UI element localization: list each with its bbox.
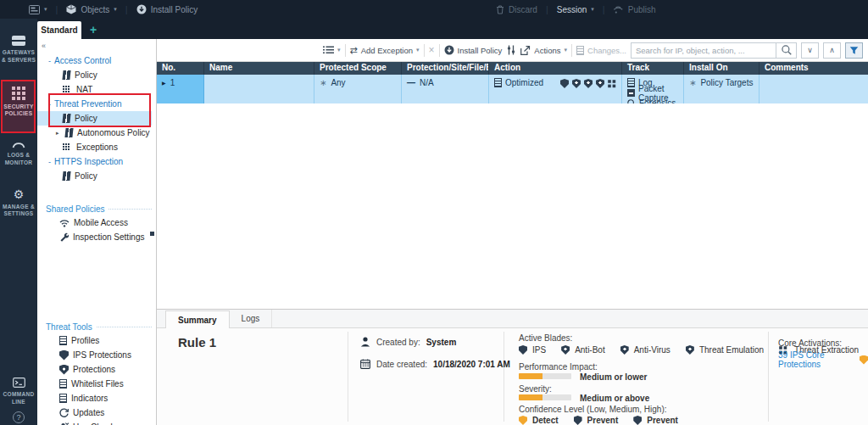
publish-button[interactable]: Publish xyxy=(614,5,656,14)
cell-no[interactable]: ▶ 1 xyxy=(157,75,204,103)
confidence-value: Prevent xyxy=(647,416,678,425)
discard-button[interactable]: Discard xyxy=(496,5,537,14)
add-tab-button[interactable]: + xyxy=(90,23,97,36)
rule-row-1[interactable]: ▶ 1 ∗ Any — N/A xyxy=(157,75,868,103)
column-header-protected-scope[interactable]: Protected Scope xyxy=(314,62,402,75)
expand-arrow-icon: ▸ xyxy=(56,130,61,137)
log-icon xyxy=(627,78,635,87)
search-icon xyxy=(782,45,792,55)
core-protections-shield-icon xyxy=(860,355,868,365)
objects-menu-button[interactable]: Objects ▾ xyxy=(66,4,116,14)
find-previous-button[interactable]: ∧ xyxy=(823,42,841,59)
column-header-name[interactable]: Name xyxy=(204,62,314,75)
column-header-install-on[interactable]: Install On xyxy=(684,62,760,75)
session-menu-button[interactable]: Session ▾ xyxy=(557,5,594,14)
toolbar-install-policy-button[interactable]: Install Policy xyxy=(444,45,503,55)
nav-section-https-inspection[interactable]: - HTTPS Inspection xyxy=(37,154,156,169)
any-asterisk-icon: ∗ xyxy=(320,78,326,87)
nav-item-label: Autonomous Policy xyxy=(77,128,150,137)
nav-item-label: Policy xyxy=(75,114,97,123)
performance-impact-value: Medium or lower xyxy=(580,372,647,382)
caret-down-icon: ▾ xyxy=(44,6,47,13)
filter-funnel-icon xyxy=(849,46,859,55)
nav-item-exceptions[interactable]: Exceptions xyxy=(37,140,156,154)
nav-item-mobile-access[interactable]: Mobile Access xyxy=(37,215,156,230)
help-button[interactable]: ? xyxy=(13,411,25,423)
whitelist-files-icon xyxy=(59,379,67,389)
view-options-button[interactable]: ▾ xyxy=(323,46,341,54)
blade-label: IPS xyxy=(532,345,546,355)
nav-item-autonomous-policy[interactable]: ▸ Autonomous Policy xyxy=(37,126,156,140)
column-header-no[interactable]: No. xyxy=(157,62,204,75)
date-created-value: 10/18/2020 7:01 AM xyxy=(433,360,510,369)
nav-item-updates[interactable]: Updates xyxy=(37,405,156,420)
updates-refresh-icon xyxy=(59,408,69,417)
nav-item-usercheck[interactable]: UserCheck xyxy=(37,420,156,425)
core-activations-link[interactable]: 39 IPS Core Protections xyxy=(778,350,868,369)
forensics-icon xyxy=(627,99,636,104)
nav-section-access-control[interactable]: - Access Control xyxy=(37,53,156,68)
collapse-panel-button[interactable]: « xyxy=(42,42,156,50)
cell-protection[interactable]: — N/A xyxy=(402,75,489,103)
nav-group-label: Threat Tools xyxy=(46,322,92,332)
nav-item-ips-protections[interactable]: IPS Protections xyxy=(37,348,156,362)
row-marker-icon: ▶ xyxy=(162,80,166,86)
threat-emulation-blade-icon xyxy=(596,79,604,88)
app-menu-button[interactable]: ▾ xyxy=(29,5,47,14)
nav-item-https-policy[interactable]: Policy xyxy=(37,169,156,183)
rail-item-command-line[interactable]: COMMAND LINE xyxy=(0,372,37,411)
column-header-action[interactable]: Action xyxy=(489,62,622,75)
column-header-protection[interactable]: Protection/Site/File/Blade xyxy=(402,62,489,75)
rail-item-logs-monitor[interactable]: LOGS & MONITOR xyxy=(0,135,37,172)
column-header-track[interactable]: Track xyxy=(622,62,684,75)
rail-item-gateways-servers[interactable]: GATEWAYS & SERVERS xyxy=(0,31,37,70)
search-button[interactable] xyxy=(776,43,796,58)
created-by-value: System xyxy=(426,338,457,347)
nav-item-label: Whitelist Files xyxy=(71,379,124,389)
rail-item-security-policies[interactable]: SECURITY POLICIES xyxy=(0,81,37,124)
nav-item-label: NAT xyxy=(76,85,92,94)
delete-button[interactable]: × xyxy=(429,44,435,56)
nav-item-indicators[interactable]: Indicators xyxy=(37,391,156,405)
cell-name[interactable] xyxy=(204,75,314,103)
actions-menu-button[interactable]: Actions ▾ xyxy=(520,46,567,55)
publish-broadcast-icon xyxy=(614,5,624,14)
nav-item-nat[interactable]: NAT xyxy=(37,82,156,97)
nav-item-inspection-settings[interactable]: Inspection Settings xyxy=(37,230,156,244)
cell-protected-scope[interactable]: ∗ Any xyxy=(314,75,402,103)
core-activations-link-text: 39 IPS Core Protections xyxy=(778,350,856,369)
tab-logs[interactable]: Logs xyxy=(230,310,273,327)
nav-item-threat-policy[interactable]: Policy xyxy=(37,111,152,126)
column-header-comments[interactable]: Comments xyxy=(760,62,868,75)
cell-install-on[interactable]: ∗ Policy Targets xyxy=(684,75,760,103)
action-value: Optimized xyxy=(505,78,543,87)
titlebar-install-policy-button[interactable]: Install Policy xyxy=(136,4,198,14)
tab-standard[interactable]: Standard xyxy=(37,21,81,39)
find-next-button[interactable]: ∨ xyxy=(801,42,819,59)
prevent-shield-icon xyxy=(633,416,642,425)
calendar-icon xyxy=(360,359,370,369)
nav-item-whitelist-files[interactable]: Whitelist Files xyxy=(37,377,156,391)
search-box xyxy=(631,42,797,59)
cell-track[interactable]: Log Packet Capture Forensics xyxy=(622,75,684,103)
rulebase-header-row: No. Name Protected Scope Protection/Site… xyxy=(157,62,868,75)
rail-item-manage-settings[interactable]: ⚙ MANAGE & SETTINGS xyxy=(0,184,37,224)
changes-button[interactable]: Changes... xyxy=(576,46,626,55)
nav-item-label: Updates xyxy=(73,408,104,417)
tab-summary[interactable]: Summary xyxy=(165,310,230,328)
cell-action[interactable]: Optimized xyxy=(489,75,622,103)
add-exception-button[interactable]: ⇄ Add Exception ▾ xyxy=(350,45,420,56)
nav-item-label: Policy xyxy=(75,171,97,181)
filter-button[interactable] xyxy=(845,42,863,59)
nav-item-protections[interactable]: Protections xyxy=(37,362,156,377)
install-policy-icon xyxy=(136,4,147,14)
add-exception-label: Add Exception xyxy=(361,46,413,55)
nav-item-profiles[interactable]: Profiles xyxy=(37,333,156,348)
nav-item-access-policy[interactable]: Policy xyxy=(37,68,156,82)
search-input[interactable] xyxy=(632,43,776,58)
nav-section-threat-prevention[interactable]: - Threat Prevention xyxy=(37,97,156,111)
column-settings-button[interactable] xyxy=(506,45,516,55)
nav-group-threat-tools: Threat Tools xyxy=(37,320,156,333)
cell-comments[interactable] xyxy=(760,75,868,103)
anti-bot-blade-icon xyxy=(561,345,570,355)
